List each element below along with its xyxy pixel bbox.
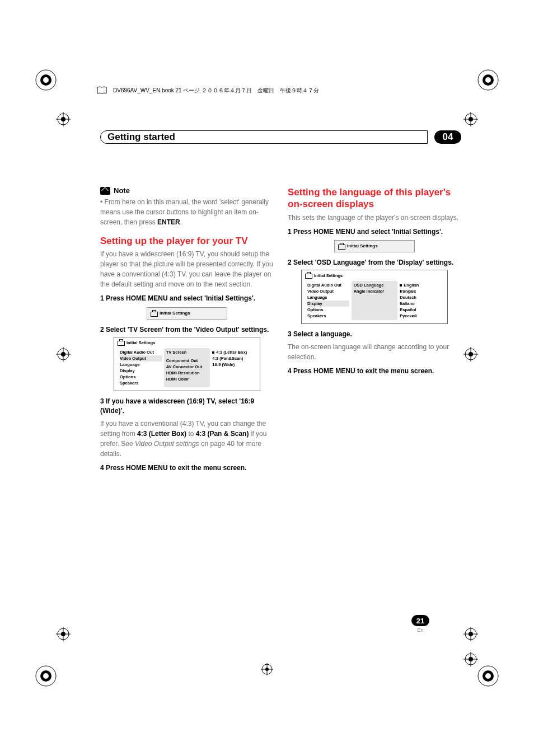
panel-col-right: English français Deutsch Italiano Españo… xyxy=(397,281,444,320)
note-text-b: ENTER xyxy=(157,218,180,226)
svg-point-11 xyxy=(485,673,491,679)
page-number: 21 xyxy=(411,615,429,626)
book-icon xyxy=(96,86,107,95)
step-2-left: 2 Select 'TV Screen' from the 'Video Out… xyxy=(100,325,274,335)
panel-item[interactable]: français xyxy=(400,288,442,294)
panel-item[interactable]: HDMI Resolution xyxy=(166,370,208,376)
svg-point-8 xyxy=(43,673,49,679)
title-bar: Getting started 04 xyxy=(100,130,461,145)
note-heading: Note xyxy=(100,186,274,195)
panel-title: Initial Settings xyxy=(114,337,260,346)
book-header-text: DV696AV_WV_EN.book 21 ページ ２００６年４月７日 金曜日 … xyxy=(113,87,319,95)
svg-point-39 xyxy=(469,657,473,661)
registration-mark-icon xyxy=(463,627,478,641)
panel-item[interactable]: 4:3 (Letter Box) xyxy=(212,349,254,355)
pencil-icon xyxy=(100,187,110,195)
panel-item[interactable]: Video Output xyxy=(120,355,162,361)
panel-item[interactable]: 16:9 (Wide) xyxy=(212,361,254,368)
panel-item[interactable]: Angle Indicator xyxy=(354,288,396,294)
panel-item[interactable]: Deutsch xyxy=(400,294,442,300)
panel-item[interactable]: TV Screen xyxy=(166,349,208,355)
panel-title: Initial Settings xyxy=(302,270,447,279)
toolbox-icon xyxy=(151,311,157,316)
print-mark-icon xyxy=(477,69,499,91)
post-step3-left: If you have a conventional (4:3) TV, you… xyxy=(100,419,274,459)
right-column: Setting the language of this player's on… xyxy=(288,186,461,475)
panel-item[interactable]: Display xyxy=(120,368,162,374)
panel-item[interactable]: 4:3 (Pan&Scan) xyxy=(212,355,254,361)
print-mark-icon xyxy=(35,69,57,91)
panel-item[interactable]: Language xyxy=(120,361,162,368)
svg-point-15 xyxy=(61,117,65,121)
panel-item[interactable]: Options xyxy=(307,307,349,313)
note-body: • From here on in this manual, the word … xyxy=(100,197,274,227)
section-title: Getting started xyxy=(100,130,428,144)
step-4-left: 4 Press HOME MENU to exit the menu scree… xyxy=(100,463,274,473)
svg-point-35 xyxy=(469,632,473,636)
intro-language: This sets the language of the player's o… xyxy=(288,213,461,223)
panel-item[interactable]: English xyxy=(400,282,442,288)
initial-settings-button[interactable]: Initial Settings xyxy=(147,307,227,320)
toolbox-icon xyxy=(118,340,124,345)
svg-point-19 xyxy=(469,117,473,121)
button-label: Initial Settings xyxy=(347,243,378,248)
panel-item[interactable]: Speakers xyxy=(307,313,349,319)
panel-col-left: Digital Audio Out Video Output Language … xyxy=(305,281,352,320)
svg-point-27 xyxy=(469,352,473,356)
settings-panel-left: Initial Settings Digital Audio Out Video… xyxy=(114,337,260,391)
step-4-right: 4 Press HOME MENU to exit the menu scree… xyxy=(288,367,461,376)
svg-point-2 xyxy=(43,77,49,83)
step-1-right: 1 Press HOME MENU and select 'Initial Se… xyxy=(288,227,461,237)
panel-item[interactable]: Video Output xyxy=(307,288,349,294)
initial-settings-button[interactable]: Initial Settings xyxy=(334,240,415,252)
panel-item[interactable]: Language xyxy=(307,294,349,300)
svg-point-23 xyxy=(61,352,65,356)
panel-item[interactable]: Italiano xyxy=(400,300,442,307)
note-label: Note xyxy=(114,186,130,195)
heading-setup-tv: Setting up the player for your TV xyxy=(100,235,274,247)
panel-item[interactable]: Display xyxy=(307,300,349,307)
note-text-c: . xyxy=(180,218,182,226)
panel-item[interactable]: OSD Language xyxy=(354,282,396,288)
panel-item[interactable]: Digital Audio Out xyxy=(307,282,349,288)
svg-point-31 xyxy=(61,632,65,636)
registration-mark-icon xyxy=(463,652,478,666)
print-mark-icon xyxy=(477,665,499,687)
bullet: • xyxy=(100,198,102,206)
panel-item[interactable]: HDMI Color xyxy=(166,376,208,382)
step-1-left: 1 Press HOME MENU and select 'Initial Se… xyxy=(100,294,274,303)
registration-mark-icon xyxy=(56,347,71,361)
panel-item[interactable]: Русский xyxy=(400,313,442,319)
panel-col-right: 4:3 (Letter Box) 4:3 (Pan&Scan) 16:9 (Wi… xyxy=(210,348,256,387)
registration-mark-icon xyxy=(463,347,478,361)
panel-item[interactable]: Options xyxy=(120,374,162,380)
footer: 21 En xyxy=(411,615,429,633)
registration-mark-icon xyxy=(463,112,478,126)
step-3-right: 3 Select a language. xyxy=(288,330,461,339)
columns: Note • From here on in this manual, the … xyxy=(100,186,461,475)
button-label: Initial Settings xyxy=(160,311,190,316)
svg-point-5 xyxy=(485,77,491,83)
page: DV696AV_WV_EN.book 21 ページ ２００６年４月７日 金曜日 … xyxy=(0,0,534,756)
panel-item[interactable]: Component Out xyxy=(166,358,208,364)
heading-language: Setting the language of this player's on… xyxy=(288,186,461,210)
registration-mark-icon xyxy=(56,112,71,126)
panel-item[interactable]: Español xyxy=(400,307,442,313)
left-column: Note • From here on in this manual, the … xyxy=(100,186,274,475)
panel-item[interactable]: AV Connector Out xyxy=(166,364,208,370)
toolbox-icon xyxy=(305,273,312,278)
panel-item[interactable]: Digital Audio Out xyxy=(120,349,162,355)
print-mark-icon xyxy=(35,665,57,687)
book-header: DV696AV_WV_EN.book 21 ページ ２００６年４月７日 金曜日 … xyxy=(96,86,319,95)
note-text-a: From here on in this manual, the word 's… xyxy=(100,198,269,226)
panel-col-left: Digital Audio Out Video Output Language … xyxy=(118,348,164,387)
panel-item[interactable]: Speakers xyxy=(120,380,162,386)
intro-tv: If you have a widescreen (16:9) TV, you … xyxy=(100,249,274,289)
step-2-right: 2 Select 'OSD Language' from the 'Displa… xyxy=(288,258,461,267)
panel-col-mid: OSD Language Angle Indicator xyxy=(352,281,398,320)
content-area: DV696AV_WV_EN.book 21 ページ ２００６年４月７日 金曜日 … xyxy=(71,69,463,687)
registration-mark-icon xyxy=(56,627,71,641)
chapter-number: 04 xyxy=(434,130,461,144)
post-step3-right: The on-screen language will change accor… xyxy=(288,342,461,362)
panel-col-mid: TV Screen Component Out AV Connector Out… xyxy=(164,348,210,387)
